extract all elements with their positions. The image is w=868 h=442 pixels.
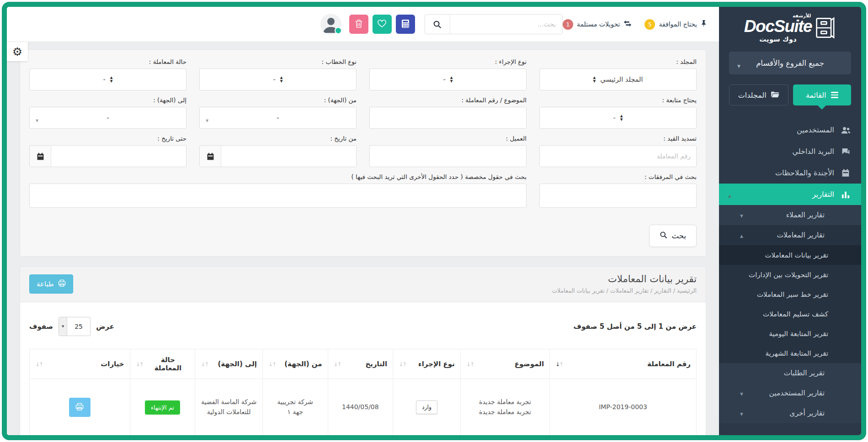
page-length-select[interactable]: 25	[59, 317, 91, 336]
sidebar-item-label: التقارير	[729, 190, 834, 199]
sidebar-item-label: الأجندة والملاحظات	[729, 168, 834, 177]
sidebar-view-toggle: القائمة المجلدات	[729, 84, 851, 105]
sidebar-item-client-reports[interactable]: تقارير العملاء	[719, 205, 861, 225]
status-badge[interactable]: تم الإنتهاء	[145, 400, 180, 415]
sidebar-item-label: تقارير أخرى	[729, 409, 825, 417]
field-label: من تاريخ :	[199, 135, 357, 142]
folder-select[interactable]: المجلد الرئيسي	[539, 68, 697, 90]
field-date-to: حتى تاريخ :	[29, 135, 186, 167]
select-value: -	[613, 114, 615, 121]
sidebar-item-monthly-followup-report[interactable]: تقرير المتابعة الشهرية	[719, 343, 861, 363]
caret-down-icon	[36, 116, 38, 124]
row-print-button[interactable]	[69, 398, 91, 417]
search-submit-button[interactable]: بحث	[649, 225, 697, 247]
attachments-search-input[interactable]	[539, 184, 697, 208]
sidebar-item-label: تقارير العملاء	[729, 211, 825, 219]
trash-button[interactable]	[349, 15, 368, 34]
heart-icon	[377, 19, 387, 29]
date-to-input[interactable]	[51, 146, 186, 167]
calendar-icon[interactable]	[200, 146, 221, 167]
sort-icon	[466, 360, 474, 368]
page-title: تقرير بيانات المعاملات	[552, 274, 697, 284]
sidebar-item-transaction-delivery-report[interactable]: كشف تسليم المعاملات	[719, 304, 861, 324]
sidebar-item-internal-mail[interactable]: البريد الداخلي	[719, 141, 861, 162]
sidebar-item-label: المستخدمين	[729, 126, 834, 134]
search-icon	[660, 231, 667, 241]
chevron-down-icon	[740, 409, 743, 417]
table-header-row: رقم المعاملة الموضوع نوع الإجراء التاريخ	[30, 349, 697, 379]
from-entity-select[interactable]: -	[199, 107, 357, 129]
favorites-button[interactable]	[373, 15, 392, 34]
cell-options	[30, 379, 130, 436]
action-type-badge: وارد	[416, 400, 437, 414]
field-date-from: من تاريخ :	[199, 135, 357, 167]
search-input[interactable]	[450, 15, 562, 34]
subject-number-input[interactable]	[369, 107, 527, 129]
entry-payment-input[interactable]	[539, 145, 697, 167]
column-header-action-type[interactable]: نوع الإجراء	[393, 349, 461, 379]
breadcrumb: الرئيسية / التقارير / تقارير المعاملات /…	[552, 287, 697, 294]
column-header-subject[interactable]: الموضوع	[460, 349, 549, 379]
column-header-date[interactable]: التاريخ	[328, 349, 393, 379]
calendar-icon[interactable]	[30, 146, 51, 167]
field-label: نوع الإجراء :	[369, 58, 527, 65]
show-label: عرض	[96, 322, 114, 331]
needs-followup-select[interactable]: -	[539, 107, 697, 129]
field-action-type: نوع الإجراء : -	[369, 58, 527, 90]
action-type-select[interactable]: -	[369, 68, 527, 90]
custom-fields-search-input[interactable]	[29, 184, 527, 208]
date-from-input[interactable]	[221, 146, 356, 167]
sidebar-item-reports[interactable]: التقارير	[719, 184, 861, 205]
sort-icon	[399, 360, 407, 368]
letter-type-select[interactable]: -	[199, 68, 357, 90]
column-header-options[interactable]: خيارات	[30, 349, 130, 379]
sidebar-item-transaction-data-report[interactable]: تقرير بيانات المعاملات	[719, 245, 861, 265]
select-value: -	[443, 76, 445, 83]
needs-approval-notification[interactable]: يحتاج الموافقة 5	[644, 19, 707, 30]
caret-down-icon	[59, 317, 67, 336]
sidebar-item-daily-followup-report[interactable]: تقرير المتابعة اليومية	[719, 324, 861, 343]
table-row: IMP-2019-0003 تجربة معاملة جديدة تجربة م…	[30, 379, 697, 436]
sidebar-item-agenda-notes[interactable]: الأجندة والملاحظات	[719, 162, 861, 184]
sidebar-item-label: تقرير المتابعة الشهرية	[729, 349, 828, 358]
to-entity-select[interactable]: -	[29, 107, 186, 129]
sidebar-item-transaction-reports[interactable]: تقارير المعاملات	[719, 225, 861, 245]
caret-down-icon	[206, 116, 208, 124]
sidebar-item-transaction-route-report[interactable]: تقرير خط سير المعاملات	[719, 284, 861, 304]
transactions-table: رقم المعاملة الموضوع نوع الإجراء التاريخ	[29, 349, 697, 435]
app-frame: للأرشفة DocSuite دوك سويت جميع الفروع وا…	[2, 2, 866, 440]
branch-department-selector[interactable]: جميع الفروع والأقسام	[729, 52, 851, 74]
settings-gear-button[interactable]	[7, 42, 28, 61]
sidebar-item-label: تقارير المعاملات	[729, 231, 825, 239]
user-avatar[interactable]	[320, 14, 341, 35]
print-report-button[interactable]: طباعة	[29, 274, 73, 294]
calculator-button[interactable]	[396, 15, 415, 34]
client-input[interactable]	[369, 145, 527, 167]
sidebar-item-other-reports[interactable]: تقارير أخرى	[719, 403, 861, 423]
folders-tab-button[interactable]: المجلدات	[729, 84, 788, 105]
column-header-from-entity[interactable]: من (الجهة)	[262, 349, 328, 379]
sidebar-item-orders-report[interactable]: تقرير الطلبات	[719, 363, 861, 383]
chat-icon	[840, 147, 851, 156]
sidebar-item-interdepartment-transfers-report[interactable]: تقرير التحويلات بين الإدارات	[719, 265, 861, 284]
brand-name: DocSuite	[744, 18, 812, 35]
chevron-up-icon	[728, 190, 731, 199]
sidebar-item-users[interactable]: المستخدمين	[719, 119, 861, 141]
column-header-to-entity[interactable]: إلى (الجهة)	[195, 349, 263, 379]
transaction-state-select[interactable]: -	[29, 68, 186, 90]
field-label: الموضوع / رقم المعاملة :	[369, 96, 527, 104]
received-transfers-notification[interactable]: تحويلات مستلمة 1	[563, 19, 632, 30]
column-header-status[interactable]: حالة المعاملة	[130, 349, 195, 379]
sort-icon	[35, 360, 43, 368]
bar-chart-icon	[840, 190, 851, 199]
chevron-down-icon	[737, 61, 740, 69]
notifications: يحتاج الموافقة 5 تحويلات مستلمة 1	[563, 19, 707, 30]
sidebar-item-user-reports[interactable]: تقارير المستخدمين	[719, 383, 861, 403]
column-header-transaction-number[interactable]: رقم المعاملة	[550, 349, 697, 379]
menu-tab-button[interactable]: القائمة	[793, 84, 852, 105]
brand-arabic: دوك سويت	[744, 35, 812, 43]
sidebar-nav: المستخدمين البريد الداخلي	[719, 119, 861, 423]
cell-subject: تجربة معاملة جديدة تجربة معاملة جديدة	[460, 379, 549, 436]
rows-label: صفوف	[29, 322, 53, 331]
trash-icon	[355, 19, 363, 30]
